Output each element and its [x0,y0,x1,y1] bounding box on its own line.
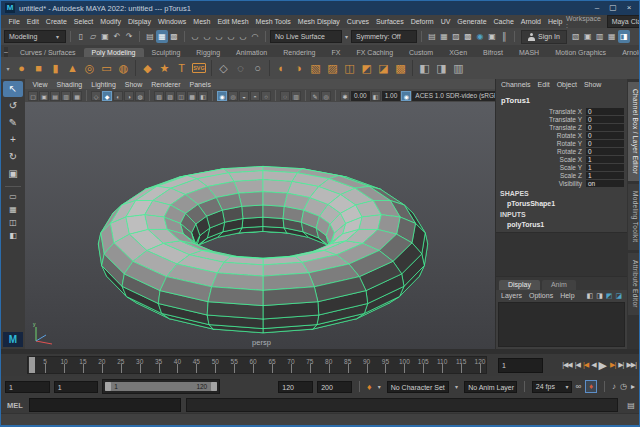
animation-end-field[interactable]: 200 [317,381,352,393]
shelf-tab-mash[interactable]: MASH [511,48,547,57]
channel-label[interactable]: Scale Y [496,164,586,171]
make-live-icon[interactable]: ◠ [249,30,261,43]
open-scene-icon[interactable]: ▱ [87,30,99,43]
channel-label[interactable]: Translate Y [496,116,586,123]
auto-key-button[interactable]: ♦ [585,380,597,393]
ipr-render-icon[interactable]: ▦ [438,30,450,43]
snapshot-icon[interactable]: ◎ [321,91,331,101]
construction-plane-icon[interactable]: ◇ [215,58,232,78]
move-layer-down-icon[interactable]: ◨ [596,292,603,300]
channel-value-field[interactable]: 0 [586,108,624,115]
gamma-field[interactable]: 1.00 [382,91,401,101]
grease-pencil-icon[interactable]: ✎ [310,91,320,101]
snap-to-curve-icon[interactable]: ◡ [201,30,213,43]
platonic-solid-icon[interactable]: ◆ [139,58,156,78]
shelf-tab-poly-modeling[interactable]: Poly Modeling [84,48,144,57]
menu-set-dropdown[interactable]: Modeling ▾ [4,30,66,43]
shelf-tab-arnold[interactable]: Arnold [614,48,640,57]
timeline-playhead[interactable] [29,357,35,373]
menu-create[interactable]: Create [42,18,70,25]
live-surface-field[interactable]: No Live Surface [270,30,342,43]
channel-label[interactable]: Rotate Z [496,148,586,155]
character-controls-toggle-icon[interactable]: ▣ [582,30,594,43]
create-empty-layer-icon[interactable]: ◩ [606,292,613,300]
mute-audio-icon[interactable]: ♪ [612,382,616,391]
menu-deform[interactable]: Deform [407,18,437,25]
step-forward-frame-button[interactable]: ▶| [618,361,623,369]
wireframe-mode-icon[interactable]: ◇ [91,91,101,101]
shelf-tab-animation[interactable]: Animation [228,48,275,57]
range-slider[interactable]: 1 120 [102,379,220,394]
two-pane-layout[interactable]: ◫ [3,217,23,229]
menu-surfaces[interactable]: Surfaces [373,18,408,25]
layer-editor-tab-anim[interactable]: Anim [542,280,576,290]
channel-value-field[interactable]: 0 [586,132,624,139]
single-pane-layout[interactable]: ▭ [3,191,23,203]
field-chart-icon[interactable]: ▩ [187,91,197,101]
use-default-material-icon[interactable]: ◑ [124,91,134,101]
pause-viewport-icon[interactable]: ║ [498,30,510,43]
symmetry-field[interactable]: Symmetry: Off [351,30,417,43]
go-to-start-button[interactable]: |◀◀ [562,361,572,369]
paint-selection-tool[interactable]: ✎ [3,115,23,131]
channel-label[interactable]: Rotate Y [496,140,586,147]
timeline-track[interactable]: 5101520253035404550556065707580859095100… [27,356,487,374]
sidebar-tab-channel-box-layer-editor[interactable]: Channel Box / Layer Editor [628,82,639,181]
move-tool[interactable]: + [3,132,23,148]
channel-value-field[interactable]: 1 [586,156,624,163]
shelf-tab-rigging[interactable]: Rigging [188,48,228,57]
menu-cache[interactable]: Cache [490,18,517,25]
new-scene-icon[interactable]: ▯ [75,30,87,43]
image-plane-icon[interactable]: ▦ [72,91,82,101]
snap-to-origin-icon[interactable]: ◌ [232,58,249,78]
range-start-handle[interactable] [105,382,111,391]
modeling-toolkit-toggle-icon[interactable]: ▧ [570,30,582,43]
channel-box-menu-channels[interactable]: Channels [501,81,531,93]
menu-generate[interactable]: Generate [454,18,490,25]
render-current-frame-icon[interactable]: ▤ [426,30,438,43]
menu-help[interactable]: Help [545,18,566,25]
channel-box-toggle-icon[interactable]: ◨ [618,30,630,43]
snap-to-grid-icon[interactable]: ◡ [189,30,201,43]
poly-plane-icon[interactable]: ▭ [98,58,115,78]
chevron-down-icon[interactable]: ▾ [455,383,458,390]
script-editor-icon[interactable]: ▤ [623,401,639,410]
channel-label[interactable]: Visibility [496,180,586,187]
smooth-icon[interactable]: ▧ [307,58,324,78]
four-pane-layout[interactable]: ▦ [3,204,23,216]
poly-cylinder-icon[interactable]: ▮ [47,58,64,78]
textured-mode-icon[interactable]: ◐ [113,91,123,101]
select-hierarchy-icon[interactable]: ▤ [144,30,156,43]
view-transform-dropdown[interactable]: ACES 1.0 SDR-video (sRGB [412,91,501,101]
step-back-frame-button[interactable]: |◀ [575,361,580,369]
shelf-tab-sculpting[interactable]: Sculpting [144,48,189,57]
sidebar-tab-attribute-editor[interactable]: Attribute Editor [628,253,639,315]
channel-label[interactable]: Rotate X [496,132,586,139]
menu-windows[interactable]: Windows [154,18,189,25]
play-backwards-button[interactable]: ◀ [591,361,595,369]
chevron-down-icon[interactable]: ▾ [378,383,381,390]
range-end-handle[interactable] [211,382,217,391]
scale-tool[interactable]: ▣ [3,166,23,182]
shelf-tab-menu-icon[interactable]: – [4,47,8,57]
workspace-dropdown[interactable]: Maya Classic* ▾ [607,15,640,28]
menu-mesh-tools[interactable]: Mesh Tools [252,18,294,25]
menu-mesh[interactable]: Mesh [190,18,214,25]
shelf-tab-xgen[interactable]: XGen [441,48,475,57]
select-camera-icon[interactable]: ▢ [28,91,38,101]
booleans-icon[interactable]: ◩ [358,58,375,78]
animation-start-field[interactable]: 1 [5,381,50,393]
shelf-tab-motion-graphics[interactable]: Motion Graphics [547,48,614,57]
layer-menu-layers[interactable]: Layers [501,292,522,299]
all-lights-icon[interactable]: ◉ [217,91,227,101]
super-shape-icon[interactable]: ★ [156,58,173,78]
channel-value-field[interactable]: 0 [586,148,624,155]
subdivide-icon[interactable]: ▨ [324,58,341,78]
step-back-key-button[interactable]: |◀ [583,361,588,369]
viewport-menu-shading[interactable]: Shading [52,81,87,88]
viewport-menu-renderer[interactable]: Renderer [147,81,185,88]
menu-select[interactable]: Select [70,18,96,25]
move-layer-up-icon[interactable]: ◧ [587,292,594,300]
camera-attributes-icon[interactable]: ▤ [50,91,60,101]
input-node[interactable]: polyTorus1 [496,219,627,229]
